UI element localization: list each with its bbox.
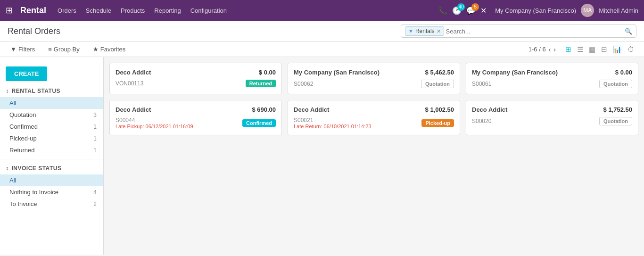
clock-view-button[interactable]: ⏱ (626, 44, 636, 54)
kanban-area: Deco Addict $ 0.00 VON00113 Returned My … (104, 57, 644, 255)
status-badge: Quotation (599, 117, 632, 125)
card-amount: $ 0.00 (259, 69, 276, 76)
invoice-status-section: ↕ INVOICE STATUS (0, 162, 103, 174)
status-badge: Returned (246, 80, 276, 87)
kanban-grid: Deco Addict $ 0.00 VON00113 Returned My … (109, 63, 638, 135)
card-ref: S00021 (294, 117, 372, 124)
status-badge: Picked-up (421, 119, 454, 127)
table-row[interactable]: My Company (San Francisco) $ 0.00 S00061… (466, 63, 638, 94)
card-company: Deco Addict (294, 106, 329, 113)
toolbar: ▼ Filters ≡ Group By ★ Favorites 1-6 / 6… (0, 42, 644, 57)
right-icons: 📞 🕐 40 💬 5 ✕ My Company (San Francisco) … (438, 4, 638, 17)
groupby-icon: ≡ (48, 46, 52, 53)
card-ref: S00062 (294, 81, 313, 87)
list-view-button[interactable]: ☰ (575, 44, 585, 55)
favorites-button[interactable]: ★ Favorites (90, 44, 128, 55)
rental-filter-quotation[interactable]: Quotation 3 (0, 109, 103, 121)
activity-badge: 40 (457, 3, 465, 11)
card-date: Late Return: 06/10/2021 01:14:23 (294, 124, 372, 129)
card-amount: $ 0.00 (615, 69, 632, 76)
create-button[interactable]: CREATE (6, 66, 47, 81)
table-row[interactable]: Deco Addict $ 690.00 S00044 Late Pickup:… (109, 100, 282, 135)
status-badge: Quotation (421, 80, 454, 88)
rental-filter-pickedup[interactable]: Picked-up 1 (0, 132, 103, 144)
pagination-label: 1-6 / 6 (528, 46, 546, 53)
top-navigation: ⊞ Rental Orders Schedule Products Report… (0, 0, 644, 21)
nav-products[interactable]: Products (121, 7, 145, 14)
rental-status-section: ↕ RENTAL STATUS (0, 85, 103, 97)
rental-status-arrow: ↕ (6, 88, 9, 94)
close-icon[interactable]: ✕ (480, 6, 487, 15)
grid-view-button[interactable]: ⊟ (599, 44, 609, 55)
message-icon[interactable]: 💬 5 (466, 6, 476, 15)
kanban-view-button[interactable]: ⊞ (563, 44, 573, 55)
status-badge: Confirmed (242, 119, 276, 127)
rental-status-title: RENTAL STATUS (12, 88, 61, 94)
filters-button[interactable]: ▼ Filters (8, 44, 38, 55)
groupby-button[interactable]: ≡ Group By (45, 44, 83, 55)
user-avatar[interactable]: MA (581, 4, 594, 17)
search-bar: ▼ Rentals ✕ 🔍 (401, 25, 636, 38)
table-row[interactable]: Deco Addict $ 1,002.50 S00021 Late Retur… (288, 100, 460, 135)
card-amount: $ 1,002.50 (425, 106, 454, 113)
card-ref: S00020 (472, 118, 491, 124)
nav-reporting[interactable]: Reporting (154, 7, 181, 14)
page-title: Rental Orders (8, 26, 60, 36)
card-amount: $ 690.00 (252, 106, 276, 113)
app-grid-icon[interactable]: ⊞ (6, 5, 13, 16)
calendar-view-button[interactable]: ▦ (587, 44, 597, 55)
card-company: Deco Addict (472, 106, 507, 113)
next-page-button[interactable]: › (553, 46, 556, 53)
card-company: Deco Addict (116, 106, 151, 113)
nav-links: Orders Schedule Products Reporting Confi… (58, 7, 430, 14)
filter-label: Rentals (415, 28, 435, 34)
card-amount: $ 1,752.50 (603, 106, 632, 113)
invoice-filter-all[interactable]: All (0, 174, 103, 186)
status-badge: Quotation (599, 80, 632, 88)
card-ref: S00061 (472, 81, 491, 87)
invoice-status-arrow: ↕ (6, 165, 9, 172)
phone-icon[interactable]: 📞 (438, 6, 447, 15)
company-name: My Company (San Francisco) (495, 7, 576, 14)
message-badge: 5 (471, 3, 479, 11)
star-icon: ★ (93, 46, 99, 53)
brand-name: Rental (20, 6, 46, 16)
pagination: 1-6 / 6 ‹ › (528, 46, 556, 53)
invoice-filter-nothing[interactable]: Nothing to Invoice 4 (0, 186, 103, 198)
invoice-status-title: INVOICE STATUS (12, 165, 62, 172)
table-row[interactable]: My Company (San Francisco) $ 5,462.50 S0… (288, 63, 460, 94)
activity-icon[interactable]: 🕐 40 (452, 6, 462, 15)
rental-filter-confirmed[interactable]: Confirmed 1 (0, 121, 103, 132)
search-input[interactable] (446, 28, 625, 35)
sidebar: CREATE ↕ RENTAL STATUS All Quotation 3 C… (0, 57, 104, 255)
table-row[interactable]: Deco Addict $ 0.00 VON00113 Returned (109, 63, 282, 94)
user-name: Mitchell Admin (599, 7, 638, 14)
search-icon[interactable]: 🔍 (625, 28, 632, 35)
filter-close-icon[interactable]: ✕ (437, 28, 441, 34)
rental-filter-all[interactable]: All (0, 97, 103, 109)
nav-schedule[interactable]: Schedule (86, 7, 111, 14)
card-ref: VON00113 (116, 80, 143, 87)
card-ref: S00044 (116, 117, 193, 124)
invoice-filter-toinvoice[interactable]: To Invoice 2 (0, 198, 103, 210)
table-row[interactable]: Deco Addict $ 1,752.50 S00020 Quotation (466, 100, 638, 135)
search-filter-tag: ▼ Rentals ✕ (405, 26, 444, 36)
funnel-icon: ▼ (408, 28, 413, 34)
filters-icon: ▼ (10, 46, 17, 53)
main-layout: CREATE ↕ RENTAL STATUS All Quotation 3 C… (0, 57, 644, 255)
card-company: My Company (San Francisco) (294, 69, 380, 76)
card-amount: $ 5,462.50 (425, 69, 454, 76)
prev-page-button[interactable]: ‹ (549, 46, 551, 53)
nav-orders[interactable]: Orders (58, 7, 76, 14)
card-company: My Company (San Francisco) (472, 69, 558, 76)
card-company: Deco Addict (116, 69, 151, 76)
view-icons: ⊞ ☰ ▦ ⊟ 📊 ⏱ (563, 44, 636, 55)
nav-configuration[interactable]: Configuration (190, 7, 227, 14)
page-header: Rental Orders ▼ Rentals ✕ 🔍 (0, 21, 644, 42)
card-date: Late Pickup: 06/12/2021 01:16:09 (116, 124, 193, 129)
rental-filter-returned[interactable]: Returned 1 (0, 144, 103, 156)
chart-view-button[interactable]: 📊 (611, 44, 624, 55)
